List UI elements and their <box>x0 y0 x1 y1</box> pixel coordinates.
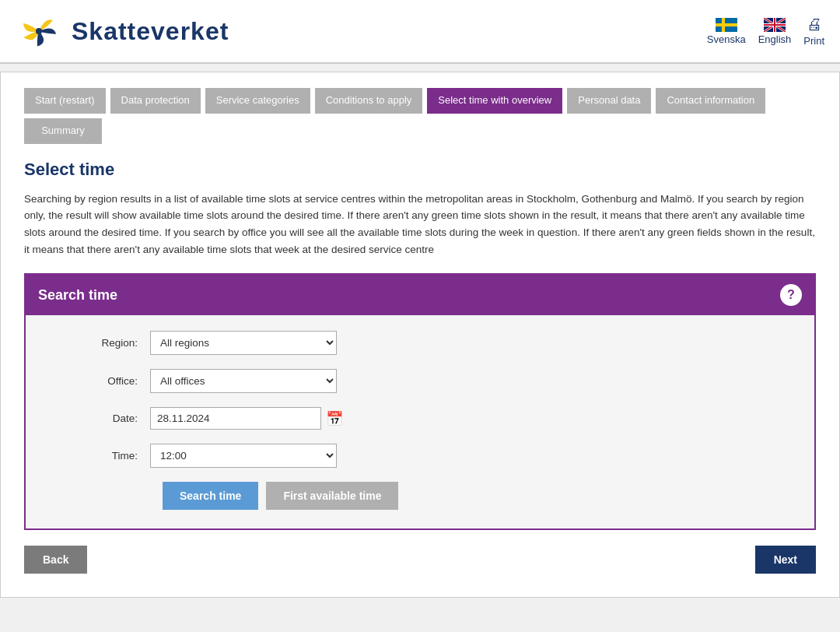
svg-point-0 <box>36 28 42 34</box>
region-row: Region: All regions Stockholm Gothenburg… <box>57 331 783 355</box>
nav-steps: Start (restart) Data protection Service … <box>24 88 816 144</box>
calendar-button[interactable]: 📅 <box>326 410 343 427</box>
step-personal-data[interactable]: Personal data <box>567 88 651 114</box>
date-input[interactable]: 28.11.2024 <box>150 407 321 430</box>
swedish-flag-icon <box>716 18 737 32</box>
next-button[interactable]: Next <box>755 546 816 574</box>
main-container: Start (restart) Data protection Service … <box>0 72 840 598</box>
form-buttons: Search time First available time <box>57 482 783 510</box>
back-button[interactable]: Back <box>24 546 87 574</box>
step-select-time[interactable]: Select time with overview <box>427 88 562 114</box>
english-link[interactable]: English <box>758 18 792 45</box>
search-time-button[interactable]: Search time <box>163 482 258 510</box>
header: Skatteverket Svenska <box>0 0 840 64</box>
help-button[interactable]: ? <box>780 284 802 306</box>
page-title: Select time <box>24 160 816 180</box>
svg-rect-3 <box>716 23 737 26</box>
calendar-icon: 📅 <box>326 411 343 427</box>
step-data-protection[interactable]: Data protection <box>110 88 201 114</box>
step-conditions[interactable]: Conditions to apply <box>315 88 423 114</box>
region-select[interactable]: All regions Stockholm Gothenburg Malmö <box>150 331 337 355</box>
step-contact-info[interactable]: Contact information <box>656 88 765 114</box>
print-icon: 🖨 <box>807 16 822 33</box>
uk-flag-icon <box>764 18 786 32</box>
region-label: Region: <box>57 337 150 349</box>
date-row: Date: 28.11.2024 📅 <box>57 407 783 430</box>
step-summary[interactable]: Summary <box>24 118 102 144</box>
step-start[interactable]: Start (restart) <box>24 88 106 114</box>
step-service-categories[interactable]: Service categories <box>205 88 310 114</box>
language-area: Svenska English 🖨 Print <box>707 16 824 47</box>
logo-area: Skatteverket <box>16 8 229 54</box>
office-select[interactable]: All offices Stockholm City Gothenburg Ce… <box>150 369 337 393</box>
first-available-button[interactable]: First available time <box>266 482 398 510</box>
logo-icon <box>16 8 62 54</box>
bottom-nav: Back Next <box>24 546 816 574</box>
svenska-link[interactable]: Svenska <box>707 18 746 45</box>
search-box-header: Search time ? <box>26 275 814 315</box>
time-row: Time: 08:00 08:30 09:00 09:30 10:00 10:3… <box>57 444 783 468</box>
time-select[interactable]: 08:00 08:30 09:00 09:30 10:00 10:30 11:0… <box>150 444 337 468</box>
search-form: Region: All regions Stockholm Gothenburg… <box>26 315 814 528</box>
time-label: Time: <box>57 450 150 462</box>
office-row: Office: All offices Stockholm City Gothe… <box>57 369 783 393</box>
print-link[interactable]: 🖨 Print <box>803 16 824 47</box>
site-name: Skatteverket <box>72 17 229 46</box>
date-label: Date: <box>57 413 150 424</box>
search-box-title: Search time <box>38 287 117 304</box>
svg-rect-12 <box>764 24 786 26</box>
office-label: Office: <box>57 375 150 387</box>
search-time-box: Search time ? Region: All regions Stockh… <box>24 273 816 530</box>
page-description: Searching by region results in a list of… <box>24 191 816 258</box>
